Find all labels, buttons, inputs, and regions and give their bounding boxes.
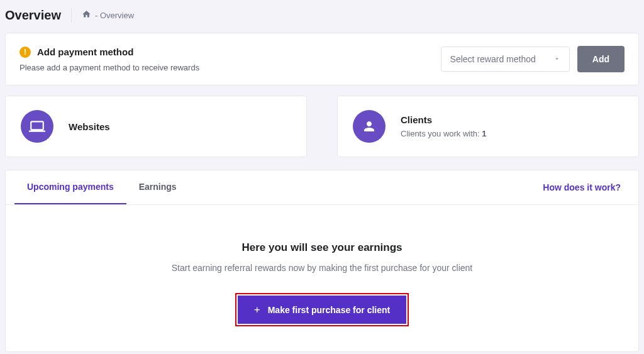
home-icon (82, 9, 91, 21)
tabs-left: Upcoming payments Earnings (14, 170, 189, 204)
make-first-purchase-button[interactable]: + Make first purchase for client (238, 296, 406, 324)
breadcrumb-text: - Overview (95, 11, 134, 20)
payments-panel: Upcoming payments Earnings How does it w… (5, 170, 639, 352)
websites-card-text: Websites (69, 121, 110, 132)
clients-count: 1 (482, 129, 486, 138)
clients-card[interactable]: Clients Clients you work with: 1 (337, 96, 639, 157)
payment-notice-actions: Select reward method Add (441, 46, 625, 72)
cta-highlight-box: + Make first purchase for client (235, 293, 409, 326)
clients-sub-prefix: Clients you work with: (401, 129, 482, 138)
plus-icon: + (254, 304, 260, 315)
payment-title-row: ! Add payment method (19, 47, 199, 58)
breadcrumb[interactable]: - Overview (82, 9, 134, 21)
websites-card-title: Websites (69, 121, 110, 132)
laptop-icon (21, 110, 53, 143)
payment-method-notice: ! Add payment method Please add a paymen… (5, 33, 639, 86)
cta-label: Make first purchase for client (268, 305, 391, 315)
clients-card-sub: Clients you work with: 1 (401, 129, 487, 138)
tabs-row: Upcoming payments Earnings How does it w… (6, 170, 638, 205)
summary-cards-row: Websites Clients Clients you work with: … (5, 96, 639, 157)
chevron-down-icon (553, 54, 560, 64)
add-button[interactable]: Add (577, 46, 625, 72)
clients-card-text: Clients Clients you work with: 1 (401, 114, 487, 138)
payment-notice-text: ! Add payment method Please add a paymen… (19, 47, 199, 72)
reward-method-select[interactable]: Select reward method (441, 47, 570, 72)
person-icon (353, 110, 386, 143)
tab-earnings[interactable]: Earnings (126, 170, 189, 204)
payment-notice-sub: Please add a payment method to receive r… (19, 63, 199, 72)
empty-state-sub: Start earning referral rewards now by ma… (172, 263, 473, 273)
clients-card-title: Clients (401, 114, 487, 125)
tab-upcoming-payments[interactable]: Upcoming payments (14, 170, 126, 204)
alert-icon: ! (19, 47, 31, 58)
empty-state: Here you will see your earnings Start ea… (6, 205, 638, 326)
empty-state-title: Here you will see your earnings (242, 241, 402, 254)
header-divider (71, 8, 72, 23)
websites-card[interactable]: Websites (5, 96, 307, 157)
how-does-it-work-link[interactable]: How does it work? (534, 171, 630, 204)
page-header: Overview - Overview (5, 5, 639, 33)
page-title: Overview (5, 8, 61, 23)
reward-method-placeholder: Select reward method (450, 54, 536, 64)
payment-notice-title: Add payment method (37, 47, 133, 57)
